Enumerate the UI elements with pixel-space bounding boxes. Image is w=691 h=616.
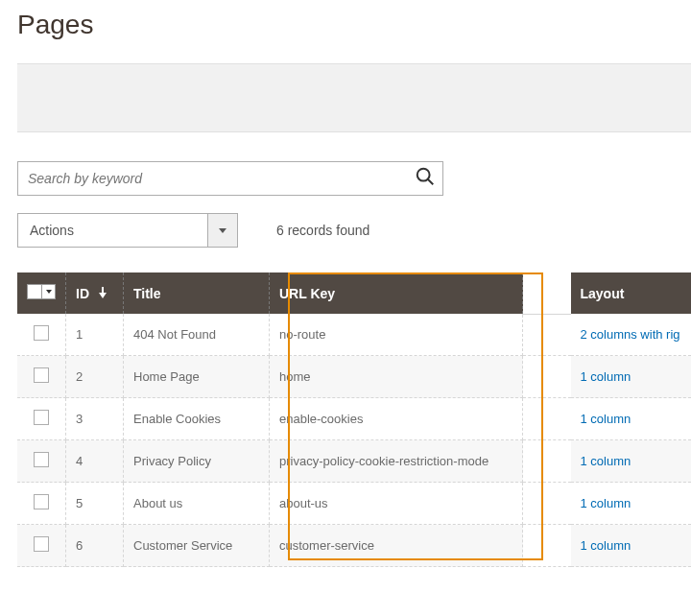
actions-dropdown[interactable]: Actions [17,213,238,248]
column-header-select[interactable] [17,272,66,314]
chevron-down-icon [219,228,226,233]
search-input[interactable] [17,161,443,196]
column-header-urlkey[interactable]: URL Key [270,272,523,314]
cell-layout: 1 column [571,525,692,567]
column-label: ID [76,286,89,301]
records-count: 6 records found [276,223,369,238]
cell-gap [523,483,571,525]
cell-id: 1 [66,314,124,356]
table-row[interactable]: 5About usabout-us1 column [17,483,691,525]
column-label: URL Key [279,286,335,301]
select-all-checkbox[interactable] [27,284,42,299]
cell-id: 4 [66,440,124,483]
cell-gap [523,356,571,398]
column-gap [523,272,571,314]
cell-gap [523,525,571,567]
chevron-down-icon [46,290,52,294]
cell-layout: 2 columns with rig [571,314,692,356]
cell-urlkey: customer-service [270,525,523,567]
cell-id: 5 [66,483,124,525]
column-label: Title [133,286,161,301]
row-checkbox[interactable] [34,325,49,341]
cell-layout: 1 column [571,440,692,483]
cell-id: 2 [66,356,124,398]
cell-title: Enable Cookies [124,398,270,440]
column-header-id[interactable]: ID [66,272,124,314]
actions-caret[interactable] [207,213,238,248]
cell-title: 404 Not Found [124,314,270,356]
cell-layout: 1 column [571,398,692,440]
cell-title: About us [124,483,270,525]
row-checkbox[interactable] [34,410,49,425]
page-title: Pages [17,10,691,40]
actions-label: Actions [17,213,207,248]
sort-arrow-down-icon [99,286,107,301]
cell-gap [523,314,571,356]
cell-urlkey: privacy-policy-cookie-restriction-mode [270,440,523,483]
cell-gap [523,398,571,440]
toolbar-band [17,63,691,132]
cell-title: Privacy Policy [124,440,270,483]
svg-line-1 [428,179,434,185]
cell-id: 3 [66,398,124,440]
select-all-dropdown[interactable] [42,284,56,299]
table-row[interactable]: 6Customer Servicecustomer-service1 colum… [17,525,691,567]
table-row[interactable]: 1404 Not Foundno-route2 columns with rig [17,314,691,356]
search-icon[interactable] [415,166,436,191]
cell-urlkey: enable-cookies [270,398,523,440]
cell-layout: 1 column [571,356,692,398]
cell-urlkey: home [270,356,523,398]
cell-title: Home Page [124,356,270,398]
row-checkbox[interactable] [34,494,49,509]
table-row[interactable]: 4Privacy Policyprivacy-policy-cookie-res… [17,440,691,483]
row-checkbox[interactable] [34,452,49,467]
column-header-layout[interactable]: Layout [571,272,692,314]
cell-id: 6 [66,525,124,567]
svg-point-0 [417,169,430,181]
row-checkbox[interactable] [34,536,49,552]
row-checkbox[interactable] [34,367,49,383]
column-header-title[interactable]: Title [124,272,270,314]
cell-gap [523,440,571,483]
cell-urlkey: no-route [270,314,523,356]
search-wrap [17,161,443,196]
pages-grid: ID Title URL Key Layout [17,272,691,567]
table-row[interactable]: 2Home Pagehome1 column [17,356,691,398]
cell-urlkey: about-us [270,483,523,525]
table-row[interactable]: 3Enable Cookiesenable-cookies1 column [17,398,691,440]
column-label: Layout [581,286,625,301]
cell-layout: 1 column [571,483,692,525]
cell-title: Customer Service [124,525,270,567]
